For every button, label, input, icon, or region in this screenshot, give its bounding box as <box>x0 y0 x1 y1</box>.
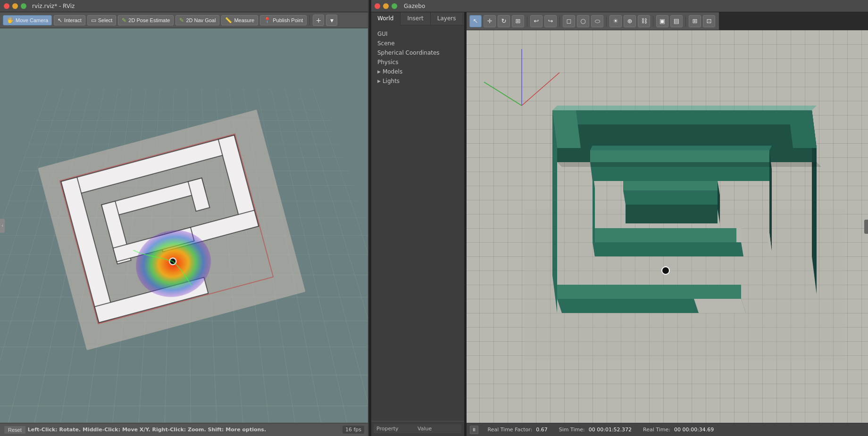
gazebo-title: Gazebo <box>404 3 425 9</box>
gz-tool-view1[interactable]: ▣ <box>656 15 668 27</box>
gz-sep-2 <box>559 16 560 26</box>
svg-marker-33 <box>623 190 720 205</box>
gz-simtime-label: Sim Time: <box>559 427 585 433</box>
measure-button[interactable]: 📏 Measure <box>221 15 258 25</box>
gz-tool-view2[interactable]: ▤ <box>670 15 683 27</box>
svg-marker-38 <box>694 299 746 313</box>
gz-tool-undo[interactable]: ↩ <box>530 15 542 27</box>
gazebo-3d-maze-display <box>505 68 864 370</box>
gz-sep-1 <box>527 16 527 26</box>
world-tree-item-physics[interactable]: Physics <box>374 58 461 67</box>
svg-point-41 <box>662 267 669 274</box>
gz-tool-insert-cylinder[interactable]: ⬭ <box>591 15 603 27</box>
world-tree-item-gui[interactable]: GUI <box>374 29 461 39</box>
nav-goal-icon: ✎ <box>179 17 184 24</box>
svg-marker-26 <box>590 150 769 162</box>
select-button[interactable]: ▭ Select <box>87 15 117 25</box>
svg-marker-42 <box>557 162 821 167</box>
svg-marker-29 <box>593 242 743 256</box>
svg-marker-30 <box>593 228 741 242</box>
add-display-button[interactable]: + <box>313 15 324 26</box>
interact-button[interactable]: ↖ Interact <box>54 15 85 25</box>
gz-tool-joints[interactable]: ⊕ <box>624 15 636 27</box>
gazebo-properties-panel: Property Value <box>371 421 464 436</box>
toolbar-menu-button[interactable]: ▾ <box>326 15 337 26</box>
select-icon: ▭ <box>91 17 96 24</box>
publish-point-button[interactable]: 📍 Publish Point <box>260 15 307 25</box>
rviz-left-handle[interactable]: ‹ <box>0 219 5 233</box>
gz-tool-insert-sphere[interactable]: ○ <box>577 15 589 27</box>
gazebo-panel: Gazebo World Insert Layers GUI Scene Sph… <box>371 0 868 436</box>
move-camera-button[interactable]: 🖐 Move Camera <box>3 15 52 25</box>
rviz-title: rviz.rviz* - RViz <box>32 3 75 9</box>
gazebo-world-tabs: World Insert Layers <box>371 12 464 25</box>
rviz-gazebo-resize-handle[interactable] <box>369 0 371 436</box>
gazebo-world-panel: World Insert Layers GUI Scene Spherical … <box>371 12 465 436</box>
gz-tool-sun[interactable]: ☀ <box>609 15 622 27</box>
move-camera-icon: 🖐 <box>7 17 14 24</box>
world-tree-item-spherical[interactable]: Spherical Coordinates <box>374 48 461 58</box>
gz-tool-insert-box[interactable]: ◻ <box>563 15 575 27</box>
rviz-min-btn[interactable] <box>12 3 18 9</box>
gazebo-body: World Insert Layers GUI Scene Spherical … <box>371 12 868 436</box>
gz-simtime-value: 00 00:01:52.372 <box>589 427 632 433</box>
gz-tool-snap-grid[interactable]: ⊞ <box>689 15 701 27</box>
world-panel-resize-handle[interactable] <box>464 12 467 436</box>
interact-icon: ↖ <box>58 17 62 24</box>
rviz-panel: rviz.rviz* - RViz 🖐 Move Camera ↖ Intera… <box>0 0 368 436</box>
prop-header-value: Value <box>417 426 459 432</box>
gazebo-right-resize-handle[interactable] <box>864 220 868 234</box>
gz-status-separator-dot: · <box>482 427 484 433</box>
rviz-close-btn[interactable] <box>4 3 9 9</box>
svg-marker-17 <box>552 110 812 124</box>
rviz-max-btn[interactable] <box>21 3 26 9</box>
rviz-reset-button[interactable]: Reset <box>4 426 26 434</box>
gz-realtime-factor-value: 0.67 <box>536 427 548 433</box>
gz-realtime-value: 00 00:00:34.69 <box>674 427 714 433</box>
gz-tool-rotate[interactable]: ↻ <box>498 15 510 27</box>
nav-goal-button[interactable]: ✎ 2D Nav Goal <box>175 15 219 25</box>
pose-estimate-icon: ✎ <box>122 17 126 24</box>
models-expand-arrow: ▶ <box>377 69 381 74</box>
gazebo-properties-header: Property Value <box>374 424 461 433</box>
gz-tool-chain[interactable]: ⛓ <box>638 15 650 27</box>
world-tree-item-lights[interactable]: ▶ Lights <box>374 76 461 86</box>
gazebo-3d-viewport[interactable] <box>465 30 868 423</box>
svg-marker-40 <box>590 146 772 150</box>
world-tree-item-models[interactable]: ▶ Models <box>374 67 461 76</box>
gz-sep-3 <box>606 16 607 26</box>
tab-insert[interactable]: Insert <box>401 12 430 25</box>
rviz-maze-display <box>26 98 317 362</box>
gz-tool-select[interactable]: ↖ <box>469 15 482 27</box>
rviz-viewport[interactable]: ‹ <box>0 28 368 423</box>
world-tree-item-scene[interactable]: Scene <box>374 39 461 48</box>
tab-world[interactable]: World <box>371 12 401 25</box>
toolbar-separator-1 <box>309 15 310 25</box>
gz-sep-5 <box>685 16 686 26</box>
gazebo-toolbar-row: ↖ ✛ ↻ ⊞ ↩ ↪ ◻ ○ ⬭ ☀ ⊕ ⛓ <box>465 12 868 30</box>
gazebo-titlebar: Gazebo <box>371 0 868 12</box>
gazebo-min-btn[interactable] <box>383 3 389 9</box>
svg-marker-39 <box>552 106 817 110</box>
svg-marker-37 <box>736 228 741 242</box>
svg-marker-21 <box>552 110 581 148</box>
gz-tool-scale[interactable]: ⊞ <box>512 15 524 27</box>
rviz-statusbar: Reset Left-Click: Rotate. Middle-Click: … <box>0 423 368 436</box>
gz-tool-snap-surface[interactable]: ⊡ <box>703 15 715 27</box>
gz-tool-translate[interactable]: ✛ <box>484 15 496 27</box>
gazebo-max-btn[interactable] <box>392 3 397 9</box>
svg-marker-25 <box>557 285 741 299</box>
gz-realtime-label: Real Time: <box>643 427 670 433</box>
rviz-titlebar: rviz.rviz* - RViz <box>0 0 368 12</box>
tab-layers[interactable]: Layers <box>431 12 463 25</box>
svg-marker-35 <box>626 205 718 223</box>
gazebo-pause-button[interactable]: ⏸ <box>470 426 478 434</box>
rviz-fps-counter: 16 fps <box>342 426 364 434</box>
gz-tool-redo[interactable]: ↪ <box>544 15 557 27</box>
gazebo-world-tree: GUI Scene Spherical Coordinates Physics … <box>371 25 464 421</box>
measure-icon: 📏 <box>225 17 232 24</box>
gazebo-close-btn[interactable] <box>375 3 380 9</box>
pose-estimate-button[interactable]: ✎ 2D Pose Estimate <box>118 15 174 25</box>
gz-realtime-factor-label: Real Time Factor: <box>488 427 533 433</box>
gz-sep-4 <box>653 16 653 26</box>
